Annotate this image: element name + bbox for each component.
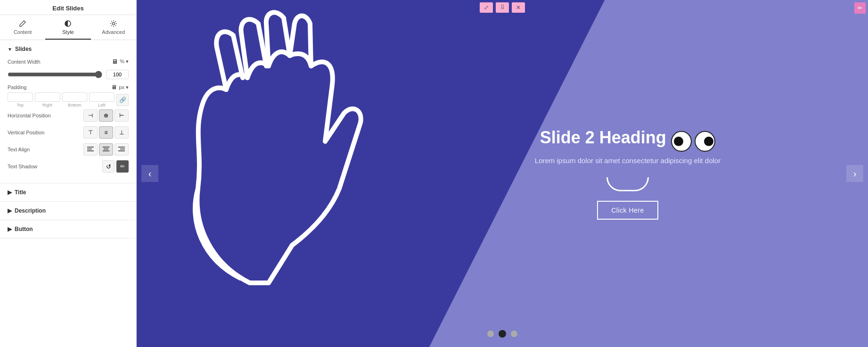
svg-rect-3 [87,147,94,148]
horizontal-position-label: Horizontal Position [8,113,83,118]
slide-description: Lorem ipsum dolor sit amet consectetur a… [505,156,750,166]
svg-rect-9 [118,147,125,148]
h-pos-center-button[interactable]: ⊕ [99,109,113,122]
vertical-position-row: Vertical Position ⊤ ≡ ⊥ [8,126,129,139]
v-pos-middle-button[interactable]: ≡ [99,126,113,139]
tab-style[interactable]: Style [45,15,90,40]
description-label: Description [15,207,46,214]
content-width-row: Content Width 🖥 % ▾ [8,58,129,65]
text-shadow-edit-button[interactable]: ✏ [116,160,129,173]
content-width-unit[interactable]: % ▾ [120,58,129,65]
button-section-title: ▶ Button [8,226,129,232]
slide-dot-2[interactable] [499,330,506,338]
text-align-right-button[interactable] [115,143,129,156]
slides-section: ▼ Slides Content Width 🖥 % ▾ Padding 🖥 p… [0,40,136,183]
left-eye [671,131,692,152]
padding-unit[interactable]: px ▾ [119,84,129,91]
slide-close-icon-button[interactable]: ✕ [512,2,525,13]
padding-bottom-label: Bottom [68,103,82,107]
smile-arc [606,177,649,191]
tabs-bar: Content Style Advanced [0,15,136,40]
right-eye [695,131,715,152]
button-section[interactable]: ▶ Button [0,220,136,239]
title-label: Title [15,189,26,196]
button-arrow-icon: ▶ [8,226,12,232]
nav-prev-button[interactable]: ‹ [141,165,158,182]
padding-monitor-icon: 🖥 [111,84,117,91]
padding-bottom-wrap: Bottom [62,92,88,107]
align-right-icon [118,147,125,152]
padding-top-input[interactable] [8,92,33,102]
title-section[interactable]: ▶ Title [0,183,136,202]
nav-next-button[interactable]: › [846,165,863,182]
pencil-icon [19,20,26,27]
slide-grid-icon-button[interactable]: ⠿ [496,2,509,13]
slides-arrow-icon: ▼ [8,47,12,52]
description-section[interactable]: ▶ Description [0,202,136,220]
svg-point-2 [112,23,115,25]
title-arrow-icon: ▶ [8,189,12,196]
svg-rect-8 [103,150,109,151]
text-align-left-button[interactable] [83,143,98,156]
tab-style-label: Style [62,29,74,35]
text-shadow-label: Text Shadow [8,164,102,169]
padding-top-wrap: Top [8,92,33,107]
h-pos-left-button[interactable]: ⊣ [83,109,98,122]
padding-label: Padding [8,84,111,90]
padding-right-wrap: Right [35,92,60,107]
align-left-icon [87,147,94,152]
content-width-slider-row [8,70,129,79]
panel-header: Edit Slides [0,0,136,15]
padding-left-label: Left [98,103,106,107]
button-label: Button [15,226,33,232]
left-panel: Edit Slides Content Style Advanced ▼ [0,0,137,347]
hand-svg [165,9,391,302]
content-width-input[interactable] [106,70,129,79]
svg-rect-4 [87,149,92,149]
monitor-icon: 🖥 [112,58,118,65]
horizontal-position-row: Horizontal Position ⊣ ⊕ ⊢ [8,109,129,122]
slide-heading: Slide 2 Heading [540,128,666,147]
gear-icon [110,20,117,27]
padding-right-label: Right [42,103,52,107]
padding-left-wrap: Left [89,92,115,107]
svg-rect-7 [104,149,108,149]
v-pos-bottom-button[interactable]: ⊥ [115,126,129,139]
title-section-title: ▶ Title [8,189,129,196]
tab-advanced[interactable]: Advanced [91,15,136,40]
horizontal-position-buttons: ⊣ ⊕ ⊢ [83,109,129,122]
text-align-label: Text Align [8,147,83,152]
content-width-control: 🖥 % ▾ [112,58,129,65]
padding-link-button[interactable]: 🔗 [116,94,129,106]
padding-bottom-input[interactable] [62,92,88,102]
padding-right-input[interactable] [35,92,60,102]
text-shadow-row: Text Shadow ↺ ✏ [8,160,129,173]
slide-dot-1[interactable] [487,330,494,337]
h-pos-right-button[interactable]: ⊢ [115,109,129,122]
half-circle-icon [64,20,72,27]
slide-top-controls: ⤢ ⠿ ✕ [480,2,525,13]
v-pos-top-button[interactable]: ⊤ [83,126,98,139]
slides-section-title[interactable]: ▼ Slides [8,46,129,52]
padding-control: 🖥 px ▾ [111,84,129,91]
vertical-position-label: Vertical Position [8,130,83,135]
text-align-row: Text Align [8,143,129,156]
svg-rect-5 [87,150,94,151]
slide-move-icon-button[interactable]: ⤢ [480,2,493,13]
slides-label: Slides [15,46,32,52]
description-section-title: ▶ Description [8,207,129,214]
text-shadow-reset-button[interactable]: ↺ [102,160,115,173]
tab-content[interactable]: Content [0,15,45,40]
content-width-slider[interactable] [8,71,102,78]
padding-left-input[interactable] [89,92,115,102]
hand-illustration [165,9,401,311]
slide-dots [487,330,517,338]
slide-cta-button[interactable]: Click Here [597,201,658,220]
text-align-center-button[interactable] [99,143,113,156]
padding-inputs-row: Top Right Bottom Left 🔗 [8,92,129,107]
slide-dot-3[interactable] [511,330,517,337]
canvas-area: ⤢ ⠿ ✕ ✏ Slide 2 Heading Lorem ipsum dol [137,0,868,347]
slide-edit-top-button[interactable]: ✏ [854,2,866,14]
padding-top-label: Top [17,103,24,107]
slide-content: Slide 2 Heading Lorem ipsum dolor sit am… [505,127,750,220]
